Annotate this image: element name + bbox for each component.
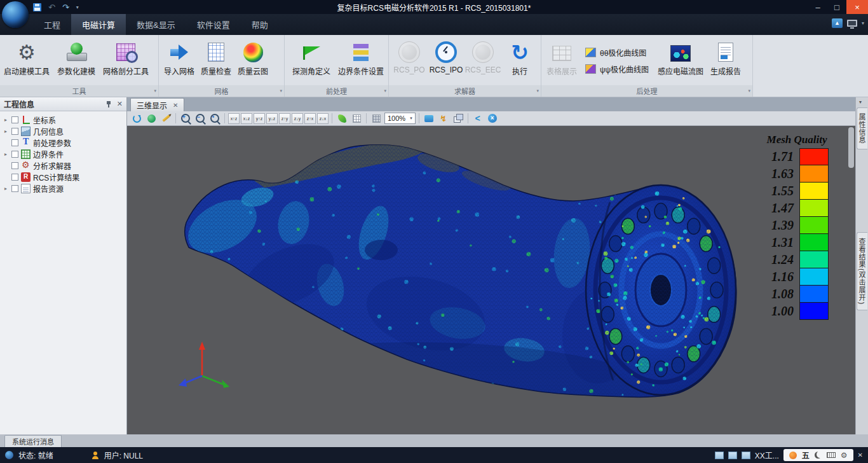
tree-item-checkbox[interactable] <box>11 151 18 158</box>
share-view-button[interactable]: < <box>471 113 484 125</box>
axis-view-button[interactable]: x↑z <box>228 113 240 124</box>
theta-curve-button[interactable]: θθ极化曲线图 <box>585 47 649 58</box>
tab-data-display[interactable]: 数据&显示 <box>126 14 186 35</box>
expand-arrow-icon[interactable]: ▸ <box>3 128 9 134</box>
tab-help[interactable]: 帮助 <box>241 14 279 35</box>
save-icon[interactable] <box>33 3 41 11</box>
tab-project[interactable]: 工程 <box>33 14 71 35</box>
zoom-in-button[interactable]: + <box>179 113 192 125</box>
tab-property-info[interactable]: 属性信息 <box>857 107 867 149</box>
maximize-button[interactable]: □ <box>827 0 846 14</box>
legend-value: 1.16 <box>765 268 799 286</box>
mesh-model-canvas[interactable] <box>127 126 855 434</box>
tray-close-icon[interactable]: ✕ <box>858 452 863 459</box>
expand-arrow-icon[interactable]: ▸ <box>3 151 9 157</box>
tray-window-icon[interactable] <box>728 452 737 459</box>
pin-icon[interactable] <box>105 100 112 107</box>
display-dropdown-icon[interactable]: ▾ <box>862 20 864 26</box>
ime-logo-icon[interactable] <box>789 452 797 459</box>
chevron-down-icon[interactable]: ▾ <box>859 99 862 105</box>
close-button[interactable]: × <box>846 0 868 14</box>
launch-modeler-button[interactable]: 启动建模工具 <box>2 37 51 84</box>
zoom-level-select[interactable]: 100% ▾ <box>384 113 416 124</box>
probe-angle-button[interactable]: 探测角定义 <box>287 37 336 84</box>
viewport-3d[interactable]: Mesh Quality 1.711.631.551.471.391.311.2… <box>127 126 855 434</box>
tray-window-icon[interactable] <box>742 452 750 459</box>
group-dropdown-icon[interactable]: ▾ <box>748 88 750 93</box>
psi-curve-button[interactable]: ψψ极化曲线图 <box>585 64 649 74</box>
parametric-modeling-button[interactable]: 参数化建模 <box>51 37 101 84</box>
shaded-view-button[interactable] <box>145 113 158 125</box>
undo-icon[interactable]: ↶ <box>48 3 55 11</box>
light-toggle-button[interactable]: ↯ <box>437 113 450 125</box>
expand-arrow-icon[interactable]: ▸ <box>3 117 9 123</box>
axis-view-button[interactable]: z↑y <box>279 113 290 124</box>
app-logo-icon[interactable] <box>2 1 29 28</box>
display-settings-icon[interactable] <box>847 20 857 27</box>
tree-item[interactable]: 前处理参数 <box>0 137 126 148</box>
panel-close-icon[interactable]: ✕ <box>117 100 123 107</box>
tree-item-checkbox[interactable] <box>11 116 18 123</box>
tab-system-messages[interactable]: 系统运行消息 <box>4 435 62 447</box>
induced-current-button[interactable]: 感应电磁流图 <box>654 37 707 84</box>
qat-dropdown-icon[interactable]: ▾ <box>76 4 79 10</box>
axis-view-button[interactable]: x↓z <box>241 113 252 124</box>
tab-em-computation[interactable]: 电磁计算 <box>71 14 126 35</box>
group-dropdown-icon[interactable]: ▾ <box>280 88 282 93</box>
capture-view-button[interactable] <box>423 113 435 125</box>
tree-item-checkbox[interactable] <box>11 162 18 169</box>
axis-view-button[interactable]: y↓z <box>266 113 278 124</box>
tree-item[interactable]: RCS计算结果 <box>0 171 126 183</box>
tree-item-checkbox[interactable] <box>11 139 18 146</box>
zoom-out-button[interactable]: − <box>194 113 207 125</box>
quality-cloud-button[interactable]: 质量云图 <box>234 37 271 84</box>
tab-view-results[interactable]: 查看结果(双击展开) <box>857 232 867 310</box>
execute-button[interactable]: 执行 <box>501 37 538 84</box>
tab-software-settings[interactable]: 软件设置 <box>186 14 241 35</box>
render-mode-button[interactable] <box>336 113 348 125</box>
group-dropdown-icon[interactable]: ▾ <box>154 88 156 93</box>
tree-item-checkbox[interactable] <box>11 174 18 181</box>
axis-view-button[interactable]: z↓x <box>317 113 329 124</box>
close-view-button[interactable]: × <box>486 113 499 125</box>
ime-mode-label[interactable]: 五 <box>802 450 810 460</box>
axis-view-button[interactable]: z↑x <box>304 113 316 124</box>
group-label-postprocess: 后处理▾ <box>541 85 752 97</box>
grid-toggle-button[interactable] <box>350 113 363 125</box>
tab-close-icon[interactable]: ✕ <box>173 102 178 109</box>
moon-icon[interactable] <box>815 452 822 459</box>
rcs-ipo-button[interactable]: RCS_IPO <box>428 37 465 84</box>
boundary-setting-button[interactable]: 边界条件设置 <box>336 37 386 84</box>
orbit-view-button[interactable] <box>130 113 143 125</box>
mesh-tool-button[interactable]: 网格剖分工具 <box>101 37 151 84</box>
viewport-scrollbar[interactable] <box>848 127 854 168</box>
quality-check-button[interactable]: 质量检查 <box>198 37 234 84</box>
tree-item-checkbox[interactable] <box>11 185 18 192</box>
import-mesh-button[interactable]: 导入网格 <box>161 37 198 84</box>
group-dropdown-icon[interactable]: ▾ <box>536 88 539 93</box>
annotate-button[interactable] <box>159 113 172 125</box>
gear-icon[interactable] <box>841 451 848 460</box>
tray-window-icon[interactable] <box>715 452 724 459</box>
tree-item-checkbox[interactable] <box>11 128 18 135</box>
boundary-condition-icon <box>21 149 31 159</box>
keyboard-icon[interactable] <box>827 452 836 458</box>
axis-view-button[interactable]: z↓y <box>292 113 303 124</box>
wireframe-toggle-button[interactable] <box>370 113 383 125</box>
axis-view-button[interactable]: y↑z <box>254 113 265 124</box>
tab-3d-display[interactable]: 三维显示 ✕ <box>130 98 184 111</box>
tree-item[interactable]: 分析求解器 <box>0 160 126 171</box>
redo-icon[interactable]: ↷ <box>62 3 69 11</box>
zoom-fit-button[interactable]: • <box>208 113 221 125</box>
tree-item[interactable]: ▸几何信息 <box>0 125 126 137</box>
group-dropdown-icon[interactable]: ▾ <box>384 88 386 93</box>
panel-toggle-icon[interactable]: ▲ <box>832 18 843 28</box>
expand-arrow-icon[interactable]: ▸ <box>3 186 9 191</box>
minimize-button[interactable]: – <box>808 0 827 14</box>
layers-button[interactable] <box>452 113 465 125</box>
tree-item[interactable]: ▸报告资源 <box>0 183 126 194</box>
tree-item[interactable]: ▸坐标系 <box>0 114 126 125</box>
tree-item[interactable]: ▸边界条件 <box>0 148 126 160</box>
gen-report-button[interactable]: 生成报告 <box>707 37 744 84</box>
theta-curve-icon <box>585 48 596 57</box>
